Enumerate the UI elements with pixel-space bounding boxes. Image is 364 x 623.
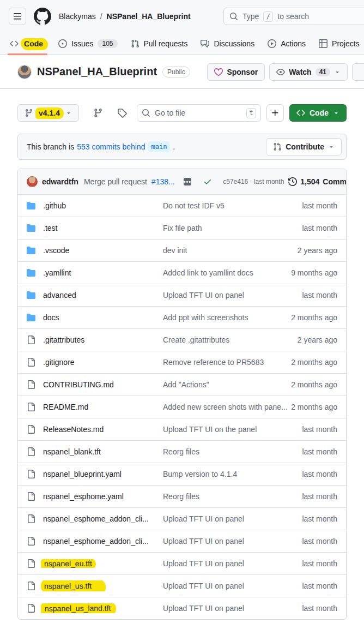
commit-message-link[interactable]: Bump version to 4.1.4 xyxy=(163,470,302,478)
file-name-link[interactable]: .test xyxy=(43,224,57,232)
main-branch-chip[interactable]: main xyxy=(148,141,170,152)
file-name-link[interactable]: nspanel_blank.tft xyxy=(43,447,101,456)
commit-date-link[interactable]: last month xyxy=(302,224,337,232)
commit-date-link[interactable]: last month xyxy=(302,291,337,299)
checks-passed-icon[interactable] xyxy=(203,177,212,186)
commit-sha-date[interactable]: c57e416 · last month xyxy=(223,178,284,185)
commit-date-link[interactable]: last month xyxy=(302,201,337,210)
file-name-link[interactable]: nspanel_us.tft xyxy=(41,580,106,591)
table-row: docs Add ppt with screenshots 2 months a… xyxy=(18,306,346,328)
tab-issues-label: Issues xyxy=(71,39,93,48)
commit-date-link[interactable]: 2 months ago xyxy=(291,380,337,389)
commit-date-link[interactable]: 2 years ago xyxy=(298,246,337,255)
tab-pull-requests[interactable]: Pull requests xyxy=(125,33,193,55)
commit-date-link[interactable]: last month xyxy=(302,537,337,546)
commit-message-link[interactable]: Upload TFT UI on panel xyxy=(163,604,302,613)
commit-message-link[interactable]: Add ppt with screenshots xyxy=(163,313,291,322)
tab-projects[interactable]: Projects xyxy=(313,33,364,55)
file-name-link[interactable]: .gitattributes xyxy=(43,336,84,344)
breadcrumb-owner[interactable]: Blackymas xyxy=(59,12,96,21)
code-dropdown-button[interactable]: Code xyxy=(289,104,347,122)
file-name-link[interactable]: advanced xyxy=(43,291,76,299)
commit-pr-link[interactable]: #138... xyxy=(151,177,175,186)
commit-date-link[interactable]: last month xyxy=(302,514,337,523)
commit-date-link[interactable]: 9 months ago xyxy=(291,268,337,277)
commit-author-avatar[interactable] xyxy=(27,176,38,187)
add-file-button[interactable] xyxy=(266,104,284,122)
repo-toolbar: v4.1.4 Go to file t xyxy=(17,104,347,122)
file-name-link[interactable]: CONTRIBUTING.md xyxy=(43,380,114,389)
sponsor-button[interactable]: Sponsor xyxy=(207,63,265,81)
commit-date-link[interactable]: 2 months ago xyxy=(291,313,337,322)
branch-selector-button[interactable]: v4.1.4 xyxy=(17,104,79,122)
file-name-link[interactable]: nspanel_esphome_addon_cli... xyxy=(43,537,149,546)
commit-message-link[interactable]: dev init xyxy=(163,246,298,255)
file-name-link[interactable]: .vscode xyxy=(43,246,69,255)
file-name-link[interactable]: docs xyxy=(43,313,59,322)
table-row: .yamllint Added link to yamllint docs 9 … xyxy=(18,261,346,284)
commit-ellipsis-button[interactable]: ••• xyxy=(184,178,192,185)
commit-message-link[interactable]: Fix file path xyxy=(163,224,302,232)
commit-date-link[interactable]: last month xyxy=(302,604,337,613)
tab-issues[interactable]: Issues 105 xyxy=(53,33,123,55)
commit-message[interactable]: Merge pull request xyxy=(84,177,147,186)
hamburger-menu-button[interactable] xyxy=(9,8,26,25)
tab-actions[interactable]: Actions xyxy=(262,33,311,55)
commit-message-link[interactable]: Do not test IDF v5 xyxy=(163,201,302,210)
commits-behind-link[interactable]: 553 commits behind xyxy=(77,142,145,151)
file-icon xyxy=(27,403,35,411)
tags-link[interactable] xyxy=(117,108,127,118)
commit-message-link[interactable]: Upload TFT UI on panel xyxy=(163,537,302,546)
commit-date-link[interactable]: last month xyxy=(302,559,337,568)
branch-behind-banner: This branch is 553 commits behind main .… xyxy=(17,134,347,160)
commit-author-name[interactable]: edwardtfn xyxy=(42,177,78,186)
commit-date-link[interactable]: last month xyxy=(302,425,337,434)
tab-discussions[interactable]: Discussions xyxy=(195,33,260,55)
file-name-link[interactable]: nspanel_us_land.tft xyxy=(41,603,117,613)
commit-date-link[interactable]: 2 months ago xyxy=(291,358,337,367)
commit-message-link[interactable]: Upload TFT UI on panel xyxy=(163,559,302,568)
file-name-link[interactable]: nspanel_esphome_addon_cli... xyxy=(43,514,149,523)
file-name-link[interactable]: .gitignore xyxy=(43,358,75,367)
repo-owner-avatar[interactable] xyxy=(17,65,32,79)
go-to-file-input[interactable]: Go to file t xyxy=(137,104,261,122)
commit-message-link[interactable]: Added link to yamllint docs xyxy=(163,268,291,277)
commit-message-link[interactable]: Upload TFT UI on panel xyxy=(163,291,302,299)
contribute-button[interactable]: Contribute xyxy=(266,138,342,155)
commit-message-link[interactable]: Reorg files xyxy=(163,447,302,456)
table-row: .gitattributes Create .gitattributes 2 y… xyxy=(18,328,346,351)
fork-button-clipped[interactable] xyxy=(352,63,364,81)
commit-message-link[interactable]: Upload TFT UI on panel xyxy=(163,582,302,590)
file-name-link[interactable]: nspanel_blueprint.yaml xyxy=(43,470,122,478)
file-name-link[interactable]: .yamllint xyxy=(43,268,71,277)
commit-date-link[interactable]: last month xyxy=(302,582,337,590)
tab-code[interactable]: Code xyxy=(4,33,51,55)
file-name-link[interactable]: nspanel_esphome.yaml xyxy=(43,492,124,501)
commit-message-link[interactable]: Upload TFT UI on the panel xyxy=(163,425,302,434)
commit-message-link[interactable]: Remove reference to PR5683 xyxy=(163,358,291,367)
watch-button[interactable]: Watch 41 xyxy=(269,63,348,81)
file-icon xyxy=(27,492,35,501)
global-header: Blackymas / NSPanel_HA_Blueprint Type / … xyxy=(0,0,364,33)
commit-message-link[interactable]: Reorg files xyxy=(163,492,302,501)
commit-date-link[interactable]: last month xyxy=(302,492,337,501)
global-search-input[interactable]: Type / to search xyxy=(223,8,364,25)
commit-message-link[interactable]: Upload TFT UI on panel xyxy=(163,514,302,523)
eye-icon xyxy=(276,68,285,76)
file-name-link[interactable]: nspanel_eu.tft xyxy=(41,559,96,568)
breadcrumb-repo[interactable]: NSPanel_HA_Blueprint xyxy=(107,12,191,21)
github-logo-icon[interactable] xyxy=(34,8,51,25)
file-name-link[interactable]: .github xyxy=(43,201,66,210)
commit-date-link[interactable]: last month xyxy=(302,470,337,478)
branches-link[interactable] xyxy=(93,108,103,118)
commit-message-link[interactable]: Added new screen shots with pane... xyxy=(163,403,291,411)
file-name-link[interactable]: README.md xyxy=(43,403,88,411)
file-name-link[interactable]: ReleaseNotes.md xyxy=(43,425,104,434)
page-title[interactable]: NSPanel_HA_Blueprint xyxy=(37,65,157,78)
commit-date-link[interactable]: 2 months ago xyxy=(291,403,337,411)
commit-history-link[interactable]: 1,504 Commits xyxy=(288,177,347,186)
commit-message-link[interactable]: Create .gitattributes xyxy=(163,336,298,344)
commit-date-link[interactable]: 2 years ago xyxy=(298,336,337,344)
commit-message-link[interactable]: Add "Actions" xyxy=(163,380,291,389)
commit-date-link[interactable]: last month xyxy=(302,447,337,456)
